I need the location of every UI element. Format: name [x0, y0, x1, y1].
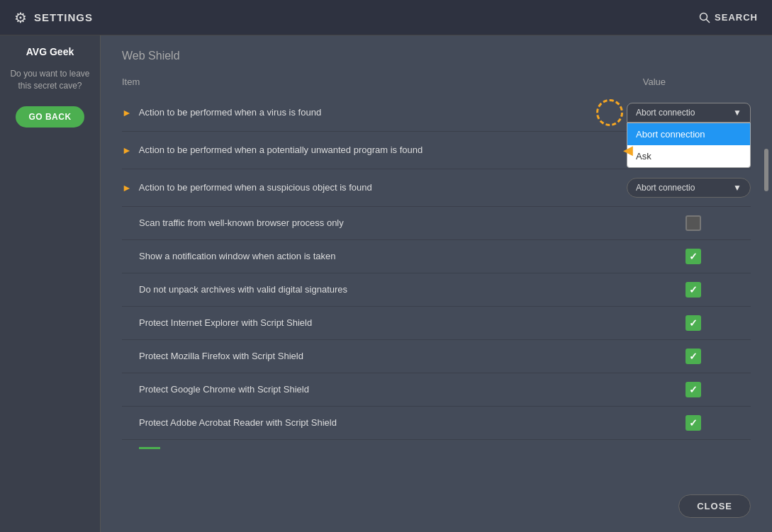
- chrome-script-shield-checkbox[interactable]: [686, 382, 701, 397]
- search-icon: [699, 12, 710, 23]
- row-value: [627, 349, 751, 364]
- search-button[interactable]: SEARCH: [699, 12, 758, 23]
- chevron-down-icon: ▼: [733, 183, 742, 193]
- row-value: [627, 249, 751, 264]
- header: ⚙ SETTINGS SEARCH: [0, 0, 772, 35]
- row-value: [627, 315, 751, 331]
- main-layout: AVG Geek Do you want to leave this secre…: [0, 35, 772, 532]
- svg-line-1: [706, 19, 710, 23]
- dropdown-option-abort[interactable]: Abort connection: [627, 123, 750, 145]
- table-row: Do not unpack archives with valid digita…: [122, 273, 751, 307]
- ie-script-shield-checkbox[interactable]: [686, 315, 701, 331]
- table-row: Protect Google Chrome with Script Shield: [122, 373, 751, 407]
- scrollbar[interactable]: [764, 149, 768, 191]
- sidebar: AVG Geek Do you want to leave this secre…: [0, 35, 101, 532]
- arrow-icon: ►: [122, 107, 132, 118]
- row-left: ► Action to be performed when a suspicio…: [122, 181, 627, 194]
- row-label: Show a notification window when action i…: [139, 250, 336, 263]
- unpack-archives-checkbox[interactable]: [686, 282, 701, 298]
- dropdown-menu: Abort connection Ask: [627, 123, 751, 168]
- row-label: Protect Google Chrome with Script Shield: [139, 383, 309, 396]
- close-button[interactable]: CLOSE: [678, 494, 751, 518]
- table-row: Show a notification window when action i…: [122, 240, 751, 273]
- dropdown-text: Abort connectio: [636, 183, 695, 193]
- table-row: Protect Internet Explorer with Script Sh…: [122, 307, 751, 340]
- col-value-header: Value: [643, 77, 666, 87]
- content-area: Web Shield Item Value ► Action to be per…: [101, 35, 772, 532]
- row-value: [627, 382, 751, 397]
- row-label: Action to be performed when a virus is f…: [139, 106, 321, 119]
- row-value: [627, 215, 751, 231]
- row-left: ► Action to be performed when a virus is…: [122, 106, 627, 119]
- scan-traffic-checkbox[interactable]: [686, 215, 701, 231]
- arrow-icon: ►: [122, 182, 132, 193]
- row-label: Protect Internet Explorer with Script Sh…: [139, 317, 312, 329]
- close-button-container: CLOSE: [678, 494, 751, 518]
- row-label: Protect Mozilla Firefox with Script Shie…: [139, 350, 303, 363]
- go-back-button[interactable]: GO BACK: [16, 106, 84, 128]
- dropdown-option-ask[interactable]: Ask: [627, 145, 750, 167]
- col-item-header: Item: [122, 77, 140, 87]
- sidebar-title: AVG Geek: [7, 46, 93, 57]
- section-title: Web Shield: [122, 50, 751, 62]
- gear-icon: ⚙: [14, 9, 27, 26]
- row-label: Protect Adobe Acrobat Reader with Script…: [139, 417, 337, 429]
- row-label: Action to be performed when a suspicious…: [139, 181, 372, 194]
- table-row: ► Action to be performed when a virus is…: [122, 94, 751, 132]
- header-title: SETTINGS: [34, 11, 93, 23]
- row-left: ► Action to be performed when a potentia…: [122, 144, 627, 157]
- row-left: Protect Adobe Acrobat Reader with Script…: [122, 417, 627, 429]
- chevron-down-icon: ▼: [733, 108, 742, 118]
- suspicious-action-dropdown[interactable]: Abort connectio ▼: [627, 178, 751, 198]
- show-notification-checkbox[interactable]: [686, 249, 701, 264]
- row-label: Action to be performed when a potentiall…: [139, 144, 423, 157]
- row-left: Scan traffic from well-known browser pro…: [122, 217, 627, 230]
- row-value: Abort connectio ▼: [627, 178, 751, 198]
- arrow-icon: ►: [122, 145, 132, 156]
- virus-action-dropdown[interactable]: Abort connectio ▼: [627, 103, 751, 123]
- row-value: Abort connectio ▼ Abort connection Ask: [627, 103, 751, 123]
- acrobat-script-shield-checkbox[interactable]: [686, 415, 701, 431]
- green-line-indicator: [139, 447, 160, 449]
- row-left: Protect Internet Explorer with Script Sh…: [122, 317, 627, 329]
- row-value: [627, 415, 751, 431]
- row-left: Do not unpack archives with valid digita…: [122, 283, 627, 296]
- row-left: Protect Google Chrome with Script Shield: [122, 383, 627, 396]
- table-row: Scan traffic from well-known browser pro…: [122, 207, 751, 240]
- row-label: Do not unpack archives with valid digita…: [139, 283, 347, 296]
- header-left: ⚙ SETTINGS: [14, 9, 93, 26]
- table-row: Protect Mozilla Firefox with Script Shie…: [122, 340, 751, 373]
- row-left: Protect Mozilla Firefox with Script Shie…: [122, 350, 627, 363]
- table-header: Item Value: [122, 73, 751, 91]
- search-label: SEARCH: [715, 12, 758, 23]
- dropdown-text: Abort connectio: [636, 108, 695, 118]
- sidebar-subtitle: Do you want to leave this secret cave?: [7, 68, 93, 92]
- row-left: Show a notification window when action i…: [122, 250, 627, 263]
- table-row: ► Action to be performed when a suspicio…: [122, 169, 751, 207]
- table-row: Protect Adobe Acrobat Reader with Script…: [122, 407, 751, 440]
- dropdown-container: Abort connectio ▼ Abort connection Ask: [627, 103, 751, 123]
- row-label: Scan traffic from well-known browser pro…: [139, 217, 344, 230]
- row-value: [627, 282, 751, 298]
- firefox-script-shield-checkbox[interactable]: [686, 349, 701, 364]
